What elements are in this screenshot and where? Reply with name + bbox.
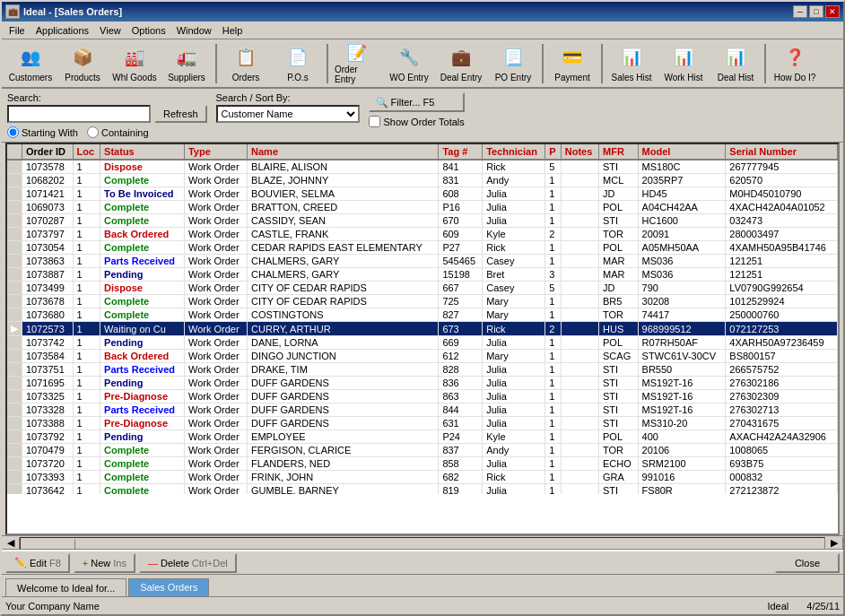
maximize-button[interactable]: □ bbox=[809, 5, 823, 18]
scroll-right-button[interactable]: ▶ bbox=[825, 537, 843, 550]
table-row[interactable]: 10682021CompleteWork OrderBLAZE, JOHNNY8… bbox=[7, 174, 838, 187]
whl-goods-button[interactable]: 🏭 Whl Goods bbox=[109, 42, 160, 85]
horizontal-scrollbar[interactable]: ◀ ▶ bbox=[2, 535, 843, 550]
table-row[interactable]: 10716951PendingWork OrderDUFF GARDENS836… bbox=[7, 377, 838, 390]
close-window-button[interactable]: ✕ bbox=[825, 5, 840, 18]
table-wrapper[interactable]: Order ID Loc Status Type Name Tag # Tech… bbox=[7, 144, 838, 494]
close-button[interactable]: Close bbox=[775, 553, 840, 573]
table-row[interactable]: 10737921PendingWork OrderEMPLOYEEP24Kyle… bbox=[7, 430, 838, 444]
col-notes[interactable]: Notes bbox=[561, 144, 598, 160]
menu-options[interactable]: Options bbox=[126, 23, 171, 38]
col-serial[interactable]: Serial Number bbox=[726, 144, 838, 160]
model-cell: MS036 bbox=[638, 255, 726, 268]
suppliers-button[interactable]: 🚛 Suppliers bbox=[161, 42, 212, 85]
table-row[interactable]: 10733251Pre-DiagnoseWork OrderDUFF GARDE… bbox=[7, 390, 838, 403]
order-id-cell: 1073742 bbox=[22, 336, 74, 350]
technician-cell: Julia bbox=[483, 484, 545, 495]
menu-view[interactable]: View bbox=[94, 23, 126, 38]
customers-button[interactable]: 👥 Customers bbox=[5, 42, 56, 85]
col-p[interactable]: P bbox=[545, 144, 561, 160]
tag-cell: 836 bbox=[439, 377, 483, 390]
products-button[interactable]: 📦 Products bbox=[57, 42, 108, 85]
table-row[interactable]: 10704791CompleteWork OrderFERGISON, CLAR… bbox=[7, 444, 838, 457]
name-cell: DUFF GARDENS bbox=[248, 377, 439, 390]
menu-window[interactable]: Window bbox=[171, 23, 217, 38]
filter-button[interactable]: 🔍 Filter... F5 bbox=[369, 92, 465, 112]
deal-entry-button[interactable]: 💼 Deal Entry bbox=[436, 42, 486, 85]
table-row[interactable]: 10737511Parts ReceivedWork OrderDRAKE, T… bbox=[7, 363, 838, 377]
col-name[interactable]: Name bbox=[248, 144, 439, 160]
new-button[interactable]: + New Ins bbox=[74, 553, 135, 573]
table-row[interactable]: 10738871PendingWork OrderCHALMERS, GARY1… bbox=[7, 268, 838, 282]
menu-applications[interactable]: Applications bbox=[30, 23, 94, 38]
name-cell: EMPLOYEE bbox=[248, 430, 439, 444]
whl-goods-label: Whl Goods bbox=[112, 73, 156, 82]
table-row[interactable]: 10735841Back OrderedWork OrderDINGO JUNC… bbox=[7, 350, 838, 363]
table-row[interactable]: 10736801CompleteWork OrderCOSTINGTONS827… bbox=[7, 308, 838, 322]
col-model[interactable]: Model bbox=[638, 144, 726, 160]
refresh-button[interactable]: Refresh bbox=[154, 105, 207, 123]
menu-help[interactable]: Help bbox=[217, 23, 248, 38]
mfr-cell: GRA bbox=[599, 471, 639, 484]
table-row[interactable]: 10737201CompleteWork OrderFLANDERS, NED8… bbox=[7, 457, 838, 471]
table-row[interactable]: 10736421CompleteWork OrderGUMBLE, BARNEY… bbox=[7, 484, 838, 495]
order-entry-button[interactable]: 📝 Order Entry bbox=[332, 42, 382, 85]
type-cell: Work Order bbox=[184, 228, 247, 241]
tab-sales-orders[interactable]: Sales Orders bbox=[128, 578, 209, 596]
sort-select[interactable]: Customer Name Order ID Status Technician bbox=[216, 105, 360, 123]
minimize-button[interactable]: ─ bbox=[793, 5, 807, 18]
table-row[interactable]: 10737421PendingWork OrderDANE, LORNA669J… bbox=[7, 336, 838, 350]
mfr-cell: STI bbox=[599, 363, 639, 377]
table-row[interactable]: 10733881Pre-DiagnoseWork OrderDUFF GARDE… bbox=[7, 417, 838, 430]
loc-cell: 1 bbox=[73, 255, 100, 268]
table-row[interactable]: 10730541CompleteWork OrderCEDAR RAPIDS E… bbox=[7, 241, 838, 255]
sales-hist-button[interactable]: 📊 Sales Hist bbox=[606, 42, 657, 85]
table-row[interactable]: 10736781CompleteWork OrderCITY OF CEDAR … bbox=[7, 295, 838, 308]
table-row[interactable]: 10702871CompleteWork OrderCASSIDY, SEAN6… bbox=[7, 214, 838, 228]
tab-welcome[interactable]: Welcome to Ideal for... bbox=[5, 578, 126, 596]
pos-button[interactable]: 📄 P.O.s bbox=[273, 42, 323, 85]
model-cell: R07RH50AF bbox=[638, 336, 726, 350]
scroll-track[interactable] bbox=[20, 537, 825, 550]
col-mfr[interactable]: MFR bbox=[599, 144, 639, 160]
row-arrow-cell bbox=[7, 417, 22, 430]
table-row[interactable]: 10737971Back OrderedWork OrderCASTLE, FR… bbox=[7, 228, 838, 241]
menu-file[interactable]: File bbox=[4, 23, 30, 38]
col-loc[interactable]: Loc bbox=[73, 144, 100, 160]
col-status[interactable]: Status bbox=[100, 144, 185, 160]
search-input[interactable] bbox=[7, 105, 151, 123]
table-row[interactable]: 10734991DisposeWork OrderCITY OF CEDAR R… bbox=[7, 282, 838, 295]
table-row[interactable]: 10690731CompleteWork OrderBRATTON, CREED… bbox=[7, 201, 838, 214]
tag-cell: 827 bbox=[439, 308, 483, 322]
col-order-id[interactable]: Order ID bbox=[22, 144, 74, 160]
table-row[interactable]: 10714211To Be InvoicedWork OrderBOUVIER,… bbox=[7, 187, 838, 201]
col-technician[interactable]: Technician bbox=[483, 144, 545, 160]
edit-button[interactable]: ✏️ Edit F8 bbox=[5, 553, 70, 573]
table-row[interactable]: 10735781DisposeWork OrderBLAIRE, ALISON8… bbox=[7, 160, 838, 174]
mfr-cell: MAR bbox=[599, 268, 639, 282]
col-tag[interactable]: Tag # bbox=[439, 144, 483, 160]
loc-cell: 1 bbox=[73, 363, 100, 377]
table-row[interactable]: 10733931CompleteWork OrderFRINK, JOHN682… bbox=[7, 471, 838, 484]
delete-button[interactable]: — Delete Ctrl+Del bbox=[139, 553, 237, 573]
scroll-left-button[interactable]: ◀ bbox=[2, 537, 20, 550]
col-type[interactable]: Type bbox=[184, 144, 247, 160]
filter-group: 🔍 Filter... F5 Show Order Totals bbox=[369, 92, 465, 127]
pd-entry-button[interactable]: 📃 PO Entry bbox=[488, 42, 538, 85]
table-row[interactable]: ▶10725731Waiting on CuWork OrderCURRY, A… bbox=[7, 322, 838, 336]
wd-entry-button[interactable]: 🔧 WO Entry bbox=[384, 42, 434, 85]
orders-button[interactable]: 📋 Orders bbox=[221, 42, 271, 85]
how-do-i-button[interactable]: ❓ How Do I? bbox=[770, 42, 820, 85]
toolbar-separator-1 bbox=[215, 44, 217, 83]
scroll-thumb[interactable] bbox=[22, 539, 75, 550]
table-row[interactable]: 10733281Parts ReceivedWork OrderDUFF GAR… bbox=[7, 403, 838, 417]
payment-button[interactable]: 💳 Payment bbox=[547, 42, 597, 85]
table-row[interactable]: 10738631Parts ReceivedWork OrderCHALMERS… bbox=[7, 255, 838, 268]
radio-containing[interactable]: Containing bbox=[87, 126, 149, 138]
serial-cell: 1012529924 bbox=[726, 295, 838, 308]
work-hist-button[interactable]: 📊 Work Hist bbox=[658, 42, 709, 85]
deal-hist-button[interactable]: 📊 Deal Hist bbox=[710, 42, 761, 85]
p-cell: 1 bbox=[545, 255, 561, 268]
radio-starting-with[interactable]: Starting With bbox=[7, 126, 78, 138]
show-totals-checkbox[interactable] bbox=[369, 116, 380, 127]
